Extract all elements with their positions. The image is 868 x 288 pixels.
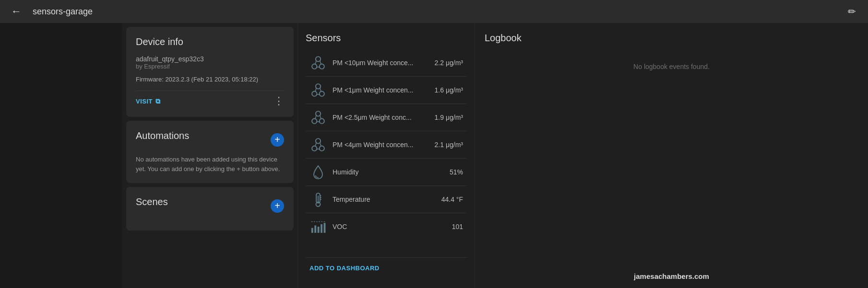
device-info-title: Device info <box>136 36 284 47</box>
more-options-button[interactable]: ⋮ <box>273 95 284 107</box>
pm-sensor-icon <box>309 54 327 71</box>
header-left: ← sensors-garage <box>8 3 93 20</box>
add-automation-icon: + <box>274 134 280 145</box>
external-link-icon: ⧉ <box>155 97 161 105</box>
temperature-sensor-icon <box>309 191 327 208</box>
svg-point-18 <box>316 138 321 143</box>
left-column: Device info adafruit_qtpy_esp32c3 by Esp… <box>122 23 297 288</box>
add-to-dashboard-button[interactable]: ADD TO DASHBOARD <box>306 257 467 278</box>
sensor-row[interactable]: Humidity51% <box>306 159 467 186</box>
svg-point-2 <box>320 64 324 69</box>
scenes-title: Scenes <box>136 196 168 207</box>
voc-sensor-icon <box>309 218 327 235</box>
automations-header: Automations + <box>136 130 284 149</box>
svg-point-12 <box>316 111 321 116</box>
device-info-actions: VISIT ⧉ ⋮ <box>136 91 284 107</box>
add-automation-button[interactable]: + <box>271 133 284 147</box>
sensor-row[interactable]: PM <10μm Weight conce...2.2 μg/m³ <box>306 49 467 77</box>
sensors-panel: Sensors PM <10μm Weight conce...2.2 μg/m… <box>298 23 475 288</box>
device-model: adafruit_qtpy_esp32c3 <box>136 55 284 63</box>
sensor-row[interactable]: VOC101 <box>306 213 467 240</box>
add-scene-button[interactable]: + <box>271 199 284 213</box>
svg-rect-31 <box>314 225 316 232</box>
sensor-value: 44.4 °F <box>441 196 463 203</box>
logbook-title: Logbook <box>485 33 858 44</box>
edit-icon: ✏ <box>848 6 856 17</box>
logbook-panel: Logbook No logbook events found. <box>475 23 868 265</box>
sensor-row[interactable]: PM <1μm Weight concen...1.6 μg/m³ <box>306 77 467 104</box>
main-content: Device info adafruit_qtpy_esp32c3 by Esp… <box>0 23 868 288</box>
svg-point-14 <box>320 119 324 124</box>
svg-point-13 <box>312 119 317 124</box>
edit-button[interactable]: ✏ <box>843 3 860 20</box>
logbook-column: Logbook No logbook events found. jamesac… <box>475 23 868 288</box>
no-logbook-events: No logbook events found. <box>485 63 858 70</box>
svg-point-8 <box>320 92 324 96</box>
scenes-panel: Scenes + <box>126 187 294 230</box>
svg-point-7 <box>312 92 317 96</box>
svg-rect-34 <box>324 223 326 233</box>
watermark: jamesachambers.com <box>475 265 868 288</box>
svg-point-1 <box>312 64 317 69</box>
sensor-value: 2.1 μg/m³ <box>435 141 463 149</box>
svg-rect-33 <box>321 224 322 233</box>
svg-point-6 <box>316 84 321 89</box>
left-sidebar-space <box>0 23 122 288</box>
automations-description: No automations have been added using thi… <box>136 155 284 173</box>
sensor-row[interactable]: Temperature44.4 °F <box>306 186 467 213</box>
scenes-header: Scenes + <box>136 196 284 215</box>
sensor-name: PM <10μm Weight conce... <box>333 59 429 67</box>
pm-sensor-icon <box>309 109 327 126</box>
sensor-name: PM <4μm Weight concen... <box>333 141 429 149</box>
svg-point-20 <box>320 146 324 151</box>
sensor-name: PM <1μm Weight concen... <box>333 86 429 94</box>
sensors-column: Sensors PM <10μm Weight conce...2.2 μg/m… <box>297 23 475 288</box>
back-icon: ← <box>11 5 22 18</box>
svg-point-0 <box>316 57 321 61</box>
automations-title: Automations <box>136 130 189 141</box>
pm-sensor-icon <box>309 136 327 153</box>
header: ← sensors-garage ✏ <box>0 0 868 23</box>
sensor-name: Humidity <box>333 168 444 176</box>
humidity-sensor-icon <box>309 163 327 181</box>
visit-button[interactable]: VISIT ⧉ <box>136 97 161 105</box>
automations-panel: Automations + No automations have been a… <box>126 121 294 183</box>
device-by: by Espressif <box>136 63 284 70</box>
svg-point-19 <box>312 146 317 151</box>
sensor-row[interactable]: PM <4μm Weight concen...2.1 μg/m³ <box>306 131 467 159</box>
sensor-list: PM <10μm Weight conce...2.2 μg/m³ PM <1μ… <box>306 49 467 257</box>
page-title: sensors-garage <box>33 7 93 17</box>
svg-rect-32 <box>318 227 320 233</box>
sensor-name: VOC <box>333 223 446 230</box>
sensor-value: 2.2 μg/m³ <box>435 59 463 67</box>
sensor-name: Temperature <box>333 196 436 203</box>
firmware-info: Firmware: 2023.2.3 (Feb 21 2023, 05:18:2… <box>136 76 284 83</box>
add-scene-icon: + <box>274 200 280 211</box>
sensor-value: 1.9 μg/m³ <box>435 114 463 121</box>
device-info-panel: Device info adafruit_qtpy_esp32c3 by Esp… <box>126 27 294 117</box>
pm-sensor-icon <box>309 81 327 99</box>
visit-label: VISIT <box>136 98 153 105</box>
sensor-value: 101 <box>452 223 463 230</box>
sensor-row[interactable]: PM <2.5μm Weight conc...1.9 μg/m³ <box>306 104 467 131</box>
sensors-title: Sensors <box>306 33 467 44</box>
svg-rect-30 <box>311 228 313 233</box>
sensor-value: 1.6 μg/m³ <box>435 86 463 94</box>
sensor-name: PM <2.5μm Weight conc... <box>333 114 429 121</box>
back-button[interactable]: ← <box>8 3 25 20</box>
sensor-value: 51% <box>450 168 463 176</box>
